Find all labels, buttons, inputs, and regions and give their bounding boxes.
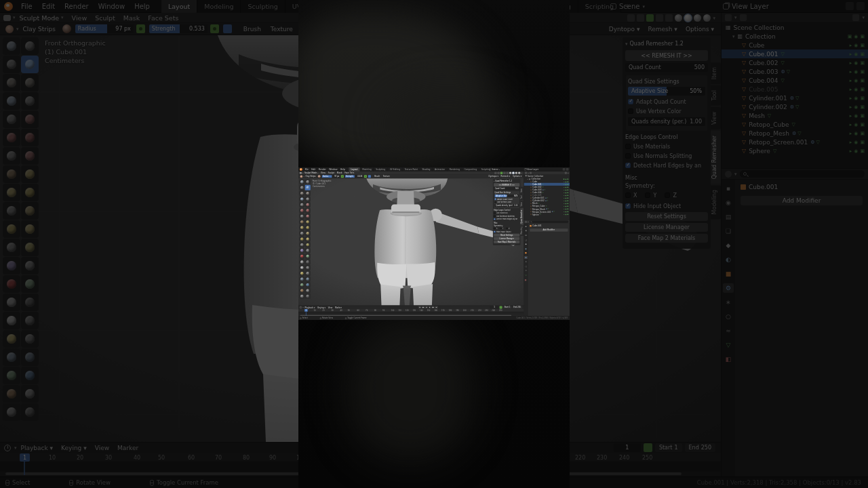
start-frame-field[interactable]: Start 1 — [655, 443, 682, 452]
sidebar-tab-tool[interactable]: Tool — [711, 85, 721, 106]
mini-sculpt-tool-button[interactable] — [305, 253, 311, 259]
mini-disable-render-icon[interactable]: ▣ — [567, 195, 568, 197]
outliner-item-retopo-mesh[interactable]: ▽Retopo_Mesh⚙▽▸◉▣ — [722, 129, 868, 138]
hide-viewport-icon[interactable]: ◉ — [854, 104, 858, 110]
menu-remesh[interactable]: Remesh ▾ — [648, 26, 677, 33]
exclude-checkbox-icon[interactable]: ▣ — [848, 34, 852, 39]
detect-hard-edges-checkbox[interactable]: Detect Hard Edges by an — [625, 161, 708, 169]
selectable-toggle-icon[interactable]: ▸ — [850, 122, 852, 127]
quads-density-field[interactable]: Quads density (per.) 1.00 — [628, 117, 705, 126]
disable-render-icon[interactable]: ▣ — [860, 122, 865, 127]
mini-disable-render-icon[interactable]: ▣ — [567, 208, 568, 210]
workspace-tab-modeling[interactable]: Modeling — [197, 0, 241, 13]
sculpt-tool-button[interactable] — [3, 275, 20, 293]
symmetry-x-checkbox[interactable]: X — [625, 191, 637, 199]
properties-tab-object[interactable]: ■ — [723, 269, 734, 279]
mini-selectable-toggle-icon[interactable]: ▸ — [564, 197, 564, 199]
mini-strength-pressure-toggle[interactable] — [364, 175, 367, 178]
mini-blender-logo-icon[interactable] — [300, 168, 302, 171]
selectable-toggle-icon[interactable]: ▸ — [850, 43, 852, 48]
xray-icon[interactable] — [665, 14, 673, 22]
mini-hide-viewport-icon[interactable]: ◉ — [566, 178, 567, 180]
mini-menu-window[interactable]: Window — [328, 167, 339, 171]
face-map-2-materials-button[interactable]: Face Map 2 Materials — [625, 234, 708, 243]
transform-orientation-icon[interactable] — [627, 14, 635, 22]
mini-hide-viewport-icon[interactable]: ◉ — [566, 203, 567, 205]
disable-render-icon[interactable]: ▣ — [860, 113, 865, 119]
mini-disable-render-icon[interactable]: ▣ — [567, 186, 568, 188]
viewport-menu-sculpt[interactable]: Sculpt — [91, 14, 119, 22]
sculpt-tool-button[interactable] — [3, 147, 20, 165]
mini-material-shading-icon[interactable] — [515, 172, 517, 174]
sculpt-tool-button[interactable] — [3, 56, 20, 73]
mini-sculpt-tool-button[interactable] — [299, 219, 304, 224]
menu-file[interactable]: File — [16, 0, 37, 13]
mini-sculpt-tool-button[interactable] — [299, 225, 304, 230]
mini-playback-play-reverse-button[interactable]: ◀ — [425, 306, 428, 308]
mini-selectable-toggle-icon[interactable]: ▸ — [564, 203, 564, 205]
mini-symmetry-x-toggle[interactable] — [368, 175, 371, 178]
properties-tab-tool[interactable]: ▪ — [723, 184, 734, 193]
mini-sculpt-tool-button[interactable] — [305, 282, 311, 287]
mini-workspace-tab-sculpting[interactable]: Sculpting — [374, 167, 387, 171]
mini-adaptive-size-slider[interactable]: Adaptive Size 50% — [494, 195, 519, 197]
menu-dyntopo[interactable]: Dyntopo ▾ — [609, 26, 640, 33]
mini-sculpt-tool-button[interactable] — [305, 277, 311, 282]
sculpt-tool-button[interactable] — [21, 275, 39, 293]
active-brush-icon[interactable] — [5, 25, 14, 33]
mini-symmetry-x-checkbox[interactable]: X — [494, 227, 497, 230]
mini-sculpt-tool-button[interactable] — [305, 237, 311, 242]
mini-solid-shading-icon[interactable] — [512, 172, 514, 174]
mini-xray-icon[interactable] — [507, 172, 509, 174]
mini-workspace-tab-uv-editing[interactable]: UV Editing — [388, 167, 403, 171]
sculpt-tool-button[interactable] — [3, 184, 20, 201]
sculpt-tool-button[interactable] — [21, 129, 39, 146]
hide-viewport-icon[interactable]: ◉ — [854, 96, 858, 101]
mini-properties-search-input[interactable] — [530, 220, 569, 222]
mini-viewport-menu-face-sets[interactable]: Face Sets — [343, 171, 355, 174]
license-manager-button[interactable]: License Manager — [625, 223, 708, 232]
sculpt-tool-button[interactable] — [21, 74, 39, 92]
mini-3d-viewport[interactable]: Front Orthographic (1) Cube.001 Centimet… — [298, 178, 524, 306]
mini-symmetry-y-checkbox[interactable]: Y — [500, 227, 503, 230]
mini-sculpt-tool-button[interactable] — [299, 277, 304, 282]
sculpt-tool-button[interactable] — [3, 220, 20, 238]
outliner-item-sphere[interactable]: ▽Sphere▽▸◉▣ — [722, 146, 868, 155]
mini-hide-input-object-checkbox[interactable]: Hide Input Object — [494, 230, 519, 233]
symmetry-x-toggle[interactable] — [223, 24, 232, 33]
mini-mode-selector[interactable]: Sculpt Mode ▾ — [303, 171, 319, 174]
auto-keying-toggle[interactable] — [644, 443, 652, 452]
sculpt-tool-button[interactable] — [21, 239, 39, 256]
sculpt-tool-button[interactable] — [3, 312, 20, 329]
properties-tab-physics[interactable]: ○ — [723, 312, 734, 321]
sculpt-tool-button[interactable] — [21, 184, 39, 201]
timeline-menu-view[interactable]: View — [91, 445, 113, 451]
mini-sculpt-tool-button[interactable] — [305, 214, 311, 219]
timeline-menu-keying[interactable]: Keying ▾ — [57, 445, 91, 451]
sculpt-tool-button[interactable] — [21, 293, 39, 311]
mini-hide-viewport-icon[interactable]: ◉ — [566, 205, 567, 207]
rendered-shading-icon[interactable] — [703, 14, 711, 22]
mini-face-map-2-materials-button[interactable]: Face Map 2 Materials — [494, 241, 519, 243]
properties-search-input[interactable] — [740, 170, 865, 178]
mini-selectable-toggle-icon[interactable]: ▸ — [564, 189, 564, 191]
playhead[interactable]: 1 — [20, 453, 30, 462]
mini-workspace-tab-texture-paint[interactable]: Texture Paint — [403, 167, 420, 171]
mini-timeline-menu-marker[interactable]: Marker — [334, 306, 342, 308]
sculpt-tool-button[interactable] — [3, 385, 20, 403]
radius-pressure-toggle[interactable] — [136, 24, 145, 33]
remesh-it-button[interactable]: << REMESH IT >> — [625, 50, 708, 61]
mini-selectable-toggle-icon[interactable]: ▸ — [564, 186, 564, 188]
hide-viewport-icon[interactable]: ◉ — [854, 78, 858, 83]
sculpt-tool-button[interactable] — [3, 37, 20, 55]
properties-tab-constraints[interactable]: ≈ — [723, 326, 734, 336]
selectable-toggle-icon[interactable]: ▸ — [850, 96, 852, 101]
radius-slider[interactable]: Radius 97 px — [75, 24, 134, 33]
properties-editor-icon[interactable] — [725, 171, 732, 178]
current-frame-field[interactable]: 1 — [614, 443, 641, 452]
symmetry-y-checkbox[interactable]: Y — [645, 191, 656, 199]
mini-properties-tab-scene[interactable]: ◆ — [524, 243, 528, 245]
hide-viewport-icon[interactable]: ◉ — [854, 87, 858, 92]
mini-menu-help[interactable]: Help — [339, 167, 347, 171]
outliner-item-cylinder-001[interactable]: ▽Cylinder.001⚙▽▸◉▣ — [722, 94, 868, 102]
